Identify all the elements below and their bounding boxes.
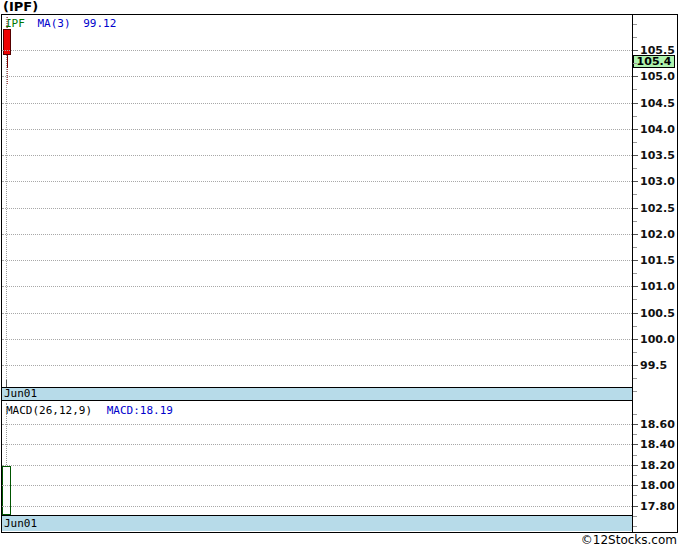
macd-axis-label: 17.80 — [640, 499, 675, 512]
macd-axis-label: 18.00 — [640, 479, 675, 492]
macd-gridline — [2, 506, 632, 507]
price-axis-label: 102.5 — [640, 201, 675, 214]
macd-axis-minor-tick — [633, 455, 637, 456]
date-label: Jun01 — [4, 517, 37, 530]
price-axis-minor-tick — [633, 299, 637, 300]
price-axis-label: 103.0 — [640, 175, 675, 188]
price-axis-minor-tick — [633, 24, 637, 25]
price-axis-tick — [633, 339, 638, 340]
price-gridline — [2, 208, 632, 209]
ma-indicator-label: MA(3) — [38, 17, 71, 30]
price-axis-label: 102.0 — [640, 227, 675, 240]
date-label: Jun01 — [4, 387, 37, 400]
macd-histogram-bar — [2, 466, 11, 515]
macd-axis-minor-tick — [633, 475, 637, 476]
price-axis-label: 103.5 — [640, 149, 675, 162]
price-axis-minor-tick — [633, 142, 637, 143]
price-axis-minor-tick — [633, 63, 637, 64]
price-axis-minor-tick — [633, 89, 637, 90]
price-gridline — [2, 234, 632, 235]
macd-axis-minor-tick — [633, 516, 637, 517]
price-axis-label: 104.0 — [640, 122, 675, 135]
macd-axis-minor-tick — [633, 495, 637, 496]
price-axis-tick — [633, 260, 638, 261]
date-tick-main — [6, 380, 7, 387]
price-gridline — [2, 129, 632, 130]
macd-axis-tick — [633, 506, 638, 507]
price-axis-tick — [633, 129, 638, 130]
price-gridline — [2, 181, 632, 182]
stock-chart-widget: (IPF) IPF MA(3) 99.12 Jun01 MACD(26,12,9… — [0, 0, 680, 546]
macd-legend: MACD(26,12,9) MACD:18.19 — [6, 404, 173, 417]
price-gridline — [2, 155, 632, 156]
price-axis-minor-tick — [633, 168, 637, 169]
price-axis-label: 104.5 — [640, 96, 675, 109]
price-axis-tick — [633, 313, 638, 314]
macd-gridline — [2, 485, 632, 486]
price-axis-tick — [633, 50, 638, 51]
price-gridline — [2, 286, 632, 287]
main-chart-legend: IPF MA(3) 99.12 — [5, 17, 122, 30]
price-gridline — [2, 260, 632, 261]
price-gridline — [2, 313, 632, 314]
price-gridline — [2, 365, 632, 366]
macd-axis-minor-tick — [633, 434, 637, 435]
price-axis-minor-tick — [633, 273, 637, 274]
macd-axis-label: 18.60 — [640, 418, 675, 431]
page-title: (IPF) — [3, 0, 38, 14]
price-axis-minor-tick — [633, 326, 637, 327]
macd-axis-minor-tick — [633, 526, 637, 527]
price-axis-minor-tick — [633, 391, 637, 392]
price-axis-minor-tick — [633, 37, 637, 38]
macd-indicator-label: MACD(26,12,9) — [6, 404, 92, 417]
macd-axis-label: 18.40 — [640, 438, 675, 451]
price-axis-label: 100.0 — [640, 332, 675, 345]
macd-gridline — [2, 465, 632, 466]
macd-axis-minor-tick — [633, 414, 637, 415]
price-axis-minor-tick — [633, 247, 637, 248]
macd-axis-tick — [633, 424, 638, 425]
price-axis-minor-tick — [633, 116, 637, 117]
price-axis-tick — [633, 155, 638, 156]
macd-gridline — [2, 424, 632, 425]
ma-indicator-value: 99.12 — [83, 17, 116, 30]
price-axis-minor-tick — [633, 194, 637, 195]
price-axis-label: 101.0 — [640, 280, 675, 293]
price-axis-label: 105.0 — [640, 70, 675, 83]
price-axis-tick — [633, 208, 638, 209]
price-axis-minor-tick — [633, 378, 637, 379]
price-axis-tick — [633, 286, 638, 287]
last-price-badge: 105.4 — [633, 55, 675, 68]
macd-axis-tick — [633, 444, 638, 445]
footer-brand-link[interactable]: ©12Stocks.com — [0, 533, 677, 546]
price-axis-label: 100.5 — [640, 306, 675, 319]
macd-axis-tick — [633, 485, 638, 486]
price-axis-tick — [633, 76, 638, 77]
price-axis-minor-tick — [633, 352, 637, 353]
current-bar-guideline-macd — [6, 403, 7, 465]
price-axis-label: 101.5 — [640, 254, 675, 267]
price-axis-tick — [633, 103, 638, 104]
candlestick-body — [3, 29, 11, 55]
chart-frame: IPF MA(3) 99.12 Jun01 MACD(26,12,9) MACD… — [1, 14, 678, 533]
price-axis-tick — [633, 181, 638, 182]
macd-gridline — [2, 444, 632, 445]
candlestick-wick — [7, 55, 8, 68]
date-axis-main: Jun01 — [2, 387, 632, 401]
price-axis-tick — [633, 234, 638, 235]
price-gridline — [2, 50, 632, 51]
price-axis-label: 105.5 — [640, 44, 675, 57]
price-axis-label: 99.5 — [640, 359, 667, 372]
price-axis-minor-tick — [633, 221, 637, 222]
macd-axis-tick — [633, 465, 638, 466]
price-gridline — [2, 76, 632, 77]
price-gridline — [2, 103, 632, 104]
price-gridline — [2, 339, 632, 340]
price-axis-tick — [633, 365, 638, 366]
macd-indicator-value: MACD:18.19 — [107, 404, 173, 417]
date-axis-macd: Jun01 — [2, 515, 632, 531]
macd-axis-label: 18.20 — [640, 458, 675, 471]
